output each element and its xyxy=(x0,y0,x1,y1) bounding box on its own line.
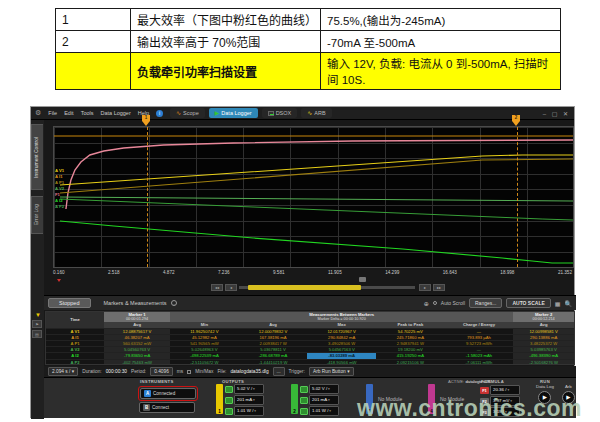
chevron-down-icon: ▾ xyxy=(252,398,255,402)
menu-item-file[interactable]: File xyxy=(48,110,57,116)
autoscale-button[interactable]: AUTO SCALE xyxy=(506,298,550,308)
marker-flag-1[interactable]: 1 xyxy=(142,115,150,126)
axis-pan-handle[interactable] xyxy=(359,277,366,282)
output-module-2: 25.02 V / ▾201 mA ▾1.01 W / ▾ xyxy=(291,384,339,416)
tab-arb[interactable]: ∿ARB xyxy=(301,108,331,118)
output-value-dropdown[interactable]: 5.02 V / ▾ xyxy=(309,384,339,394)
magnifier-icon[interactable]: 🔍 xyxy=(565,300,573,307)
file-label: File: xyxy=(217,369,226,374)
summary-row-value: 输入 12V, 负载: 电流从 0 到-500mA, 扫描时间 10S. xyxy=(321,53,561,90)
window-controls[interactable]: – ▢ ✕ xyxy=(543,110,570,117)
marker-line-2[interactable] xyxy=(517,127,518,267)
browse-button[interactable]: ... xyxy=(273,367,285,376)
output-on-indicator xyxy=(300,386,308,393)
instrument-a-button[interactable]: A Connected xyxy=(140,388,196,399)
page: 1最大效率（下图中粉红色的曲线）75.5%,(输出为-245mA)2输出效率高于… xyxy=(0,0,600,422)
axis-tick-label: 9.581 xyxy=(273,270,285,278)
table-view-icon[interactable]: ▤ xyxy=(32,330,42,338)
auto-scroll-checkbox[interactable] xyxy=(433,301,437,305)
minmax-label: Min/Max xyxy=(195,369,213,374)
menu-bar: ⚙ FileEditToolsData LoggerHelp i ∿Scope▶… xyxy=(31,107,574,120)
output-value: 5.02 V / xyxy=(237,386,252,391)
tab-dsox[interactable]: DSOX xyxy=(262,108,298,118)
module-value-row: 5.02 V / ▾ xyxy=(300,384,339,394)
channel-label-av1: A V1 xyxy=(55,169,64,174)
connected-highlight-box: A Connected xyxy=(138,386,198,401)
marker-line-1[interactable] xyxy=(147,127,148,267)
output-value-dropdown[interactable]: 201 mA ▾ xyxy=(309,395,339,405)
scroll-left-small-icon[interactable]: ◂ xyxy=(225,284,237,291)
axis-tick-label: 14.299 xyxy=(385,270,399,278)
scroll-left-icon[interactable]: ◂◂ xyxy=(211,284,223,291)
filter-funnel-icon[interactable]: ▼ xyxy=(32,312,44,318)
chevron-down-icon: ▾ xyxy=(327,398,330,402)
tab-instrument-control[interactable]: Instrument Control xyxy=(31,124,43,190)
tab-scope[interactable]: ∿Scope xyxy=(170,108,205,118)
summary-row-label: 最大效率（下图中粉红色的曲线） xyxy=(131,9,321,31)
gear-icon[interactable]: ⚙ xyxy=(35,108,41,118)
meas-group-marker2: Marker 200:00:12.214 xyxy=(513,312,574,322)
tab-data-logger[interactable]: ▶Data Logger xyxy=(209,108,258,118)
info-icon[interactable]: i xyxy=(156,110,163,117)
meas-col-time: Time xyxy=(46,312,104,328)
summary-row-label: 输出效率高于 70%范围 xyxy=(131,31,321,53)
summary-row: 1最大效率（下图中粉红色的曲线）75.5%,(输出为-245mA) xyxy=(56,9,561,31)
formula-value-dropdown[interactable]: 20.36 / ▾ xyxy=(490,385,520,395)
chevron-down-icon: ▾ xyxy=(327,387,330,391)
meas-group-marker1: Marker 100:00:01.294 xyxy=(104,312,170,322)
period-label: Period: xyxy=(131,369,146,374)
scroll-thumb[interactable] xyxy=(248,285,361,290)
channel-label-f1: F1 xyxy=(55,193,64,198)
menu-item-data-logger[interactable]: Data Logger xyxy=(100,110,130,116)
tab-label: DSOX xyxy=(276,110,292,116)
formula-value: 20.36 / xyxy=(493,387,506,392)
output-value-dropdown[interactable]: 5.02 V / ▾ xyxy=(234,384,264,394)
tab-error-log[interactable]: Error Log xyxy=(31,196,43,234)
summary-row-number: 2 xyxy=(56,31,131,53)
minmax-checkbox[interactable] xyxy=(187,370,191,374)
trigger-dropdown[interactable]: Arb Run Button ▾ xyxy=(309,367,354,376)
instruments-header: INSTRUMENTS xyxy=(140,379,174,384)
waveform-chart[interactable]: A V1A I1A P1A V2F1A I2A P2 xyxy=(53,126,574,268)
trace-a-p1-input-power xyxy=(60,159,573,193)
menu-item-edit[interactable]: Edit xyxy=(64,110,73,116)
period-input[interactable]: 0.4096 xyxy=(150,367,173,376)
axis-start-marker xyxy=(57,279,61,282)
meas-cell: 2.09215106 W xyxy=(376,359,445,365)
meas-cell: -2.50168276 W xyxy=(513,359,574,365)
summary-table: 1最大效率（下图中粉红色的曲线）75.5%,(输出为-245mA)2输出效率高于… xyxy=(55,8,561,90)
summary-row-number xyxy=(56,53,131,90)
summary-row: 负载牵引功率扫描设置输入 12V, 负载: 电流从 0 到-500mA, 扫描时… xyxy=(56,53,561,90)
cursor-chart-icon[interactable]: ▦ xyxy=(555,300,561,307)
scope-wave-icon: ∿ xyxy=(176,110,181,116)
play-icon: ▶ xyxy=(215,110,220,116)
instrument-b-button[interactable]: B Connect xyxy=(139,402,195,413)
meas-row-ap2: A P2-402.75463 mW-2.51105672 W-1.4441021… xyxy=(46,359,574,365)
scroll-right-small-icon[interactable]: ▸ xyxy=(419,284,431,291)
zoom-scroll-row: ◂◂ ◂ ▸ ▸▸ xyxy=(53,284,574,292)
output-value-dropdown[interactable]: 201 mA ▾ xyxy=(234,395,264,405)
marker-tool-icon[interactable]: ⚑ xyxy=(32,320,42,328)
file-name: datalogdata35.dlg xyxy=(230,369,268,374)
globe-icon[interactable]: ⊕ xyxy=(424,300,429,307)
menu-item-tools[interactable]: Tools xyxy=(81,110,94,116)
axis-tick-label: 21.352 xyxy=(558,270,572,278)
duration-value: 000:00:30 xyxy=(106,369,127,374)
collapse-icon[interactable]: – xyxy=(171,300,177,306)
stopped-button[interactable]: Stopped xyxy=(48,298,91,308)
ranges-button[interactable]: Ranges... xyxy=(469,298,502,308)
summary-row-label: 负载牵引功率扫描设置 xyxy=(131,53,321,90)
timescale-dropdown[interactable]: 2.094 s / ▾ xyxy=(48,367,78,376)
output-value-dropdown[interactable]: 1.01 W / ▾ xyxy=(309,406,339,416)
meas-cell: -2.51105672 W xyxy=(170,359,239,365)
output-on-indicator xyxy=(300,397,308,404)
axis-tick-label: 16.643 xyxy=(443,270,457,278)
measurements-table-wrap: TimeMarker 100:00:01.294Measurements Bet… xyxy=(45,311,575,365)
scroll-right-icon[interactable]: ▸▸ xyxy=(433,284,445,291)
marker-flag-2[interactable]: 2 xyxy=(512,115,520,126)
measure-toolbar: Stopped Markers & Measurements – ⊕ Auto … xyxy=(44,295,576,310)
output-value-dropdown[interactable]: 1.01 W / ▾ xyxy=(234,406,264,416)
output-value: 201 mA xyxy=(237,397,252,402)
instrument-a-state: Connected xyxy=(153,391,175,396)
instrument-b-badge: B xyxy=(143,404,150,411)
